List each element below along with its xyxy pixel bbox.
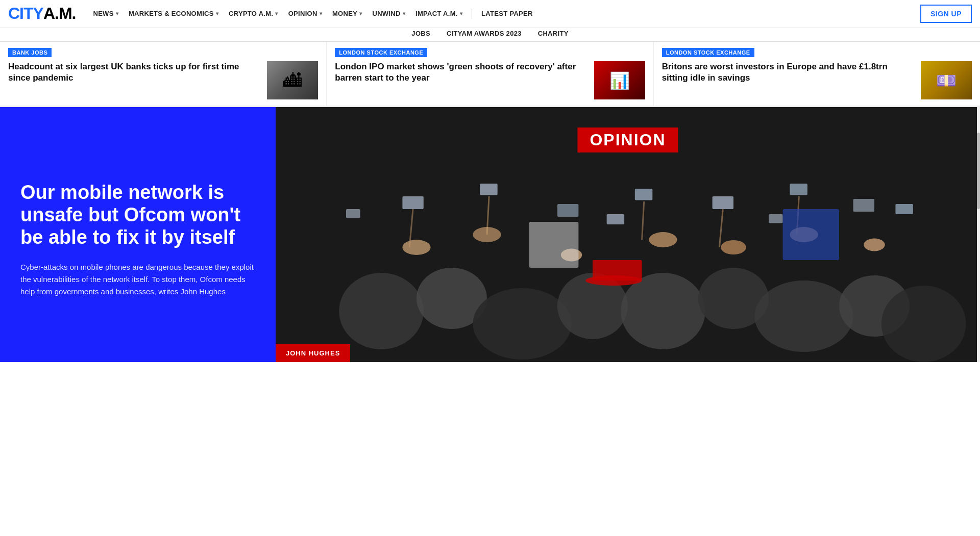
- chevron-down-icon: ▾: [320, 11, 322, 16]
- svg-point-13: [649, 232, 677, 247]
- news-strip-text: Headcount at six largest UK banks ticks …: [8, 61, 261, 84]
- news-strip-item-lse-ipo: LONDON STOCK EXCHANGE London IPO market …: [327, 42, 653, 106]
- nav-item-impact[interactable]: IMPACT A.M. ▾: [410, 6, 468, 21]
- news-strip-title-lse-ipo[interactable]: London IPO market shows 'green shoots of…: [335, 61, 587, 84]
- svg-rect-23: [853, 199, 874, 212]
- svg-rect-25: [607, 214, 625, 224]
- signup-button[interactable]: SIGN UP: [920, 5, 972, 23]
- svg-point-1: [339, 273, 424, 349]
- svg-point-10: [402, 240, 430, 255]
- opinion-headline[interactable]: Our mobile network is unsafe but Ofcom w…: [20, 182, 255, 248]
- svg-rect-22: [790, 184, 807, 195]
- news-image-coins: [921, 61, 972, 99]
- scrollbar[interactable]: [977, 107, 980, 362]
- nav-item-charity[interactable]: CHARITY: [538, 30, 569, 37]
- nav-item-awards[interactable]: CITYAM AWARDS 2023: [447, 30, 522, 37]
- news-strip: BANK JOBS Headcount at six largest UK ba…: [0, 42, 980, 107]
- svg-rect-36: [529, 222, 579, 268]
- news-strip-title-bank-jobs[interactable]: Headcount at six largest UK banks ticks …: [8, 61, 261, 84]
- secondary-nav: JOBS CITYAM AWARDS 2023 CHARITY: [0, 27, 980, 41]
- chevron-down-icon: ▾: [359, 11, 362, 16]
- opinion-blue-panel: Our mobile network is unsafe but Ofcom w…: [0, 107, 276, 362]
- nav-item-money[interactable]: MONEY ▾: [327, 6, 367, 21]
- svg-rect-21: [713, 196, 733, 209]
- news-strip-text-3: Britons are worst investors in Europe an…: [662, 61, 915, 84]
- news-strip-title-britons[interactable]: Britons are worst investors in Europe an…: [662, 61, 915, 84]
- svg-point-14: [721, 240, 746, 254]
- svg-rect-26: [769, 214, 783, 223]
- chevron-down-icon: ▾: [116, 11, 118, 16]
- nav-item-unwind[interactable]: UNWIND ▾: [367, 6, 410, 21]
- site-header: CITYA.M. NEWS ▾ MARKETS & ECONOMICS ▾ CR…: [0, 0, 980, 42]
- main-content: Our mobile network is unsafe but Ofcom w…: [0, 107, 980, 362]
- svg-rect-17: [402, 196, 423, 209]
- news-image-banks: [267, 61, 318, 99]
- svg-point-16: [864, 239, 885, 251]
- logo-city: CITY: [8, 4, 43, 23]
- news-strip-item-britons: LONDON STOCK EXCHANGE Britons are worst …: [654, 42, 980, 106]
- opinion-section-label: OPINION: [577, 127, 678, 152]
- svg-rect-27: [895, 204, 913, 214]
- chevron-down-icon: ▾: [275, 11, 278, 16]
- svg-rect-35: [783, 209, 839, 260]
- news-strip-item-bank-jobs: BANK JOBS Headcount at six largest UK ba…: [0, 42, 327, 106]
- primary-nav: NEWS ▾ MARKETS & ECONOMICS ▾ CRYPTO A.M.…: [88, 6, 920, 21]
- opinion-image-panel[interactable]: OPINION JOHN HUGHES: [276, 107, 980, 362]
- nav-item-opinion[interactable]: OPINION ▾: [283, 6, 327, 21]
- news-strip-text-2: London IPO market shows 'green shoots of…: [335, 61, 587, 84]
- scroll-thumb: [977, 133, 980, 209]
- category-badge-lse-1[interactable]: LONDON STOCK EXCHANGE: [335, 48, 427, 57]
- svg-point-7: [754, 280, 853, 352]
- author-tag[interactable]: JOHN HUGHES: [276, 344, 350, 362]
- nav-item-latest-paper[interactable]: LATEST PAPER: [476, 6, 538, 21]
- svg-point-9: [881, 286, 966, 362]
- svg-point-5: [621, 273, 705, 349]
- nav-item-markets[interactable]: MARKETS & ECONOMICS ▾: [124, 6, 224, 21]
- nav-item-crypto[interactable]: CRYPTO A.M. ▾: [224, 6, 283, 21]
- header-top: CITYA.M. NEWS ▾ MARKETS & ECONOMICS ▾ CR…: [0, 0, 980, 27]
- nav-item-jobs[interactable]: JOBS: [411, 30, 430, 37]
- svg-point-3: [473, 288, 571, 360]
- nav-divider: [472, 9, 472, 19]
- news-strip-content: Headcount at six largest UK banks ticks …: [8, 61, 318, 99]
- news-strip-content-3: Britons are worst investors in Europe an…: [662, 61, 972, 99]
- news-image-lse: [594, 61, 645, 99]
- chevron-down-icon: ▾: [403, 11, 405, 16]
- category-badge-bank-jobs[interactable]: BANK JOBS: [8, 48, 52, 57]
- svg-rect-20: [635, 189, 653, 200]
- logo-am: A.M.: [43, 4, 76, 23]
- site-logo[interactable]: CITYA.M.: [8, 4, 76, 23]
- svg-rect-24: [346, 209, 360, 218]
- nav-item-news[interactable]: NEWS ▾: [88, 6, 124, 21]
- chevron-down-icon: ▾: [460, 11, 462, 16]
- svg-rect-34: [593, 260, 642, 280]
- svg-rect-18: [480, 184, 498, 195]
- news-strip-content-2: London IPO market shows 'green shoots of…: [335, 61, 645, 99]
- chevron-down-icon: ▾: [216, 11, 218, 16]
- category-badge-lse-2[interactable]: LONDON STOCK EXCHANGE: [662, 48, 754, 57]
- svg-rect-19: [557, 204, 578, 217]
- opinion-description: Cyber-attacks on mobile phones are dange…: [20, 261, 255, 298]
